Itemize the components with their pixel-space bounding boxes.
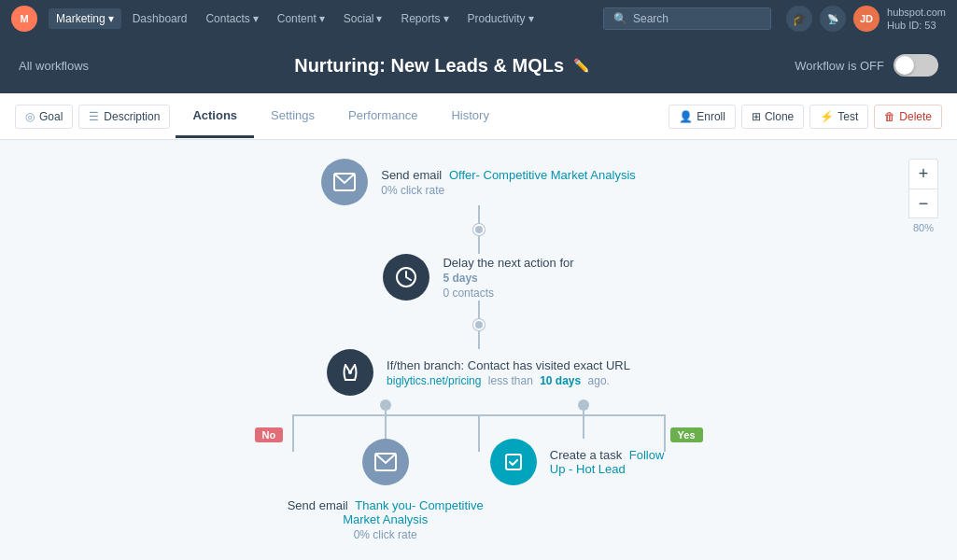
connector-line-1b [478, 235, 480, 254]
delay-node-text: Delay the next action for 5 days 0 conta… [443, 256, 573, 300]
nav-marketing[interactable]: Marketing ▾ [49, 8, 121, 29]
delete-button[interactable]: 🗑 Delete [874, 105, 942, 129]
email-node-icon [321, 159, 368, 205]
delay-node-icon [383, 254, 429, 301]
task-node-text: Create a task Follow Up - Hot Lead [550, 448, 677, 476]
edit-title-icon[interactable]: ✏️ [573, 58, 589, 73]
tab-settings[interactable]: Settings [254, 95, 331, 138]
branch-right-dot[interactable] [578, 399, 589, 411]
workflow-toggle-area: Workflow is OFF [795, 54, 938, 77]
tab-right-actions: 👤 Enroll ⊞ Clone ⚡ Test 🗑 Delete [668, 105, 942, 129]
left-email-node-text: Send email Thank you- Competitive Market… [281, 498, 490, 541]
connector-2 [473, 301, 485, 349]
tab-bar: ◎ Goal ☰ Description Actions Settings Pe… [0, 93, 957, 140]
clone-icon: ⊞ [752, 110, 761, 123]
branch-node[interactable]: If/then branch: Contact has visited exac… [327, 349, 630, 396]
search-bar[interactable]: 🔍 Search [603, 7, 771, 30]
workflow-header: All workflows Nurturing: New Leads & MQL… [0, 37, 957, 93]
nav-dashboard[interactable]: Dashboard [125, 8, 195, 29]
svg-rect-4 [506, 455, 521, 469]
svg-point-2 [348, 371, 352, 374]
nav-social[interactable]: Social ▾ [336, 8, 390, 29]
branch-horizontal-line [292, 414, 666, 416]
connector-line-1 [478, 205, 480, 224]
test-button[interactable]: ⚡ Test [809, 105, 868, 129]
connector-line-2 [478, 301, 480, 319]
test-icon: ⚡ [820, 110, 834, 123]
task-node-icon [490, 439, 537, 485]
workflow-nodes-area: Send email Offer- Competitive Market Ana… [0, 140, 957, 560]
hubspot-info: hubspot.com Hub ID: 53 [887, 6, 946, 33]
connector-line-2b [478, 330, 480, 349]
left-email-subtext: 0% click rate [354, 528, 417, 541]
description-icon: ☰ [89, 110, 99, 123]
branch-days-link[interactable]: 10 days [540, 374, 581, 387]
top-navigation: M Marketing ▾ Dashboard Contacts ▾ Conte… [0, 0, 957, 37]
nav-productivity[interactable]: Productivity ▾ [460, 8, 542, 29]
enroll-icon: 👤 [679, 110, 693, 123]
nav-reports[interactable]: Reports ▾ [393, 8, 456, 29]
tab-performance[interactable]: Performance [331, 95, 434, 138]
right-task-node[interactable]: Create a task Follow Up - Hot Lead [490, 439, 677, 485]
user-avatar[interactable]: JD [853, 6, 880, 32]
goal-icon: ◎ [25, 110, 35, 123]
workflow-title-area: Nurturing: New Leads & MQLs ✏️ [89, 55, 795, 77]
branch-node-text: If/then branch: Contact has visited exac… [387, 358, 630, 387]
app-logo[interactable]: M [11, 6, 37, 32]
connector-dot-1[interactable] [473, 224, 485, 235]
left-email-link[interactable]: Thank you- Competitive Market Analysis [343, 498, 484, 526]
clone-button[interactable]: ⊞ Clone [741, 105, 804, 129]
tab-history[interactable]: History [434, 95, 505, 138]
workflow-status-label: Workflow is OFF [795, 59, 884, 73]
connector-dot-2[interactable] [473, 319, 485, 330]
tab-actions[interactable]: Actions [176, 95, 254, 138]
branch-left-dot[interactable] [380, 399, 391, 411]
connector-1 [473, 205, 485, 254]
all-workflows-link[interactable]: All workflows [19, 59, 89, 73]
academy-icon[interactable]: 🎓 [786, 6, 812, 32]
delay-node[interactable]: Delay the next action for 5 days 0 conta… [383, 254, 573, 301]
nav-contacts[interactable]: Contacts ▾ [198, 8, 265, 29]
branch-node-icon [327, 349, 373, 396]
notifications-icon[interactable]: 📡 [820, 6, 846, 32]
left-email-icon [362, 439, 409, 485]
workflow-canvas: + − 80% Send email Offer- Competitive Ma… [0, 140, 957, 560]
workflow-toggle[interactable] [894, 54, 938, 77]
send-email-node-1[interactable]: Send email Offer- Competitive Market Ana… [321, 159, 636, 205]
nav-content[interactable]: Content ▾ [270, 8, 332, 29]
description-button[interactable]: ☰ Description [78, 105, 170, 129]
email-offer-link[interactable]: Offer- Competitive Market Analysis [449, 168, 636, 182]
enroll-button[interactable]: 👤 Enroll [668, 105, 736, 129]
search-icon: 🔍 [613, 12, 627, 25]
branch-url-link[interactable]: biglytics.net/pricing [387, 374, 481, 387]
branch-left-col: Send email Thank you- Competitive Market… [281, 399, 490, 541]
email-node-1-subtext: 0% click rate [381, 184, 636, 197]
nav-right-area: 🎓 📡 JD hubspot.com Hub ID: 53 [786, 6, 946, 33]
branch-no-label: No [255, 427, 284, 441]
branch-right-col: Create a task Follow Up - Hot Lead [490, 399, 677, 541]
workflow-title: Nurturing: New Leads & MQLs [294, 55, 564, 77]
left-email-node[interactable]: Send email Thank you- Competitive Market… [281, 439, 490, 541]
goal-button[interactable]: ◎ Goal [15, 105, 73, 129]
send-email-node-1-text: Send email Offer- Competitive Market Ana… [381, 168, 636, 197]
delete-icon: 🗑 [884, 110, 895, 123]
branch-label-row: No Yes [199, 396, 759, 399]
